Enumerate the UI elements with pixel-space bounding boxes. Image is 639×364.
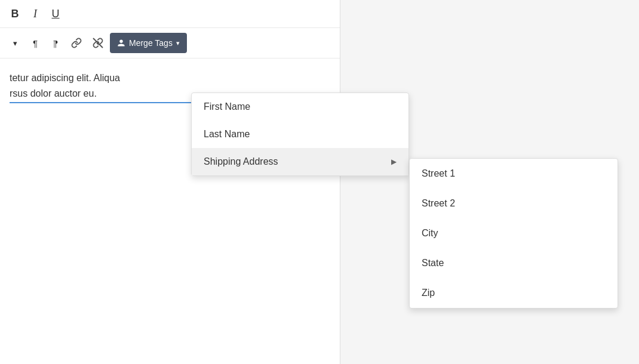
dropdown-item-shipping-address[interactable]: Shipping Address ▶	[192, 148, 408, 175]
dropdown-item-street2[interactable]: Street 2	[410, 189, 618, 218]
merge-tags-label: Merge Tags	[129, 38, 173, 48]
italic-button[interactable]: I	[26, 5, 44, 23]
shipping-address-submenu: Street 1 Street 2 City State Zip	[409, 158, 618, 309]
link-button[interactable]	[67, 34, 86, 52]
chevron-right-icon: ▶	[391, 158, 397, 166]
merge-tags-button[interactable]: Merge Tags ▾	[110, 33, 187, 53]
dropdown-item-state[interactable]: State	[410, 248, 618, 278]
dropdown-item-city[interactable]: City	[410, 218, 618, 248]
dropdown-item-first-name[interactable]: First Name	[192, 93, 408, 121]
toolbar-row1: B I U	[0, 0, 340, 28]
dropdown-button[interactable]: ▾	[6, 34, 24, 52]
unlink-button[interactable]	[88, 34, 107, 52]
dropdown-item-last-name[interactable]: Last Name	[192, 121, 408, 148]
paragraph-ltr-button[interactable]: ¶	[26, 34, 44, 52]
unlink-icon	[93, 38, 103, 48]
bold-button[interactable]: B	[6, 5, 24, 23]
merge-tags-chevron: ▾	[176, 39, 180, 47]
person-icon	[117, 39, 125, 47]
toolbar-row2: ▾ ¶ ¶ Merge Tags ▾	[0, 28, 340, 58]
dropdown-item-street1[interactable]: Street 1	[410, 159, 618, 189]
underline-button[interactable]: U	[47, 5, 64, 23]
editor-area: B I U ▾ ¶ ¶ Merge Tags ▾	[0, 0, 340, 364]
link-icon	[71, 38, 82, 48]
dropdown-item-zip[interactable]: Zip	[410, 278, 618, 308]
merge-tags-dropdown: First Name Last Name Shipping Address ▶	[191, 92, 409, 176]
paragraph-rtl-button[interactable]: ¶	[47, 34, 64, 52]
content-line1: tetur adipiscing elit. Aliqua	[10, 70, 330, 86]
